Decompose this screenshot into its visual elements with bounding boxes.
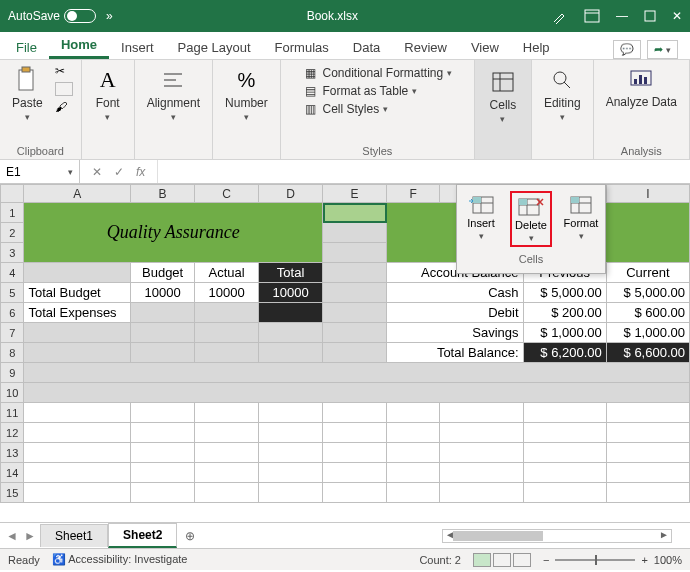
col-header-D[interactable]: D bbox=[259, 185, 323, 203]
cell[interactable]: 10000 bbox=[195, 283, 259, 303]
zoom-value[interactable]: 100% bbox=[654, 554, 682, 566]
cell[interactable] bbox=[259, 323, 323, 343]
tab-formulas[interactable]: Formulas bbox=[263, 36, 341, 59]
cell[interactable] bbox=[523, 443, 606, 463]
format-as-table-button[interactable]: ▤Format as Table▾ bbox=[302, 84, 417, 98]
cell[interactable] bbox=[195, 343, 259, 363]
cell[interactable] bbox=[387, 443, 440, 463]
cell[interactable] bbox=[387, 423, 440, 443]
cell[interactable]: $ 1,000.00 bbox=[606, 323, 689, 343]
tab-help[interactable]: Help bbox=[511, 36, 562, 59]
cell[interactable] bbox=[131, 423, 195, 443]
cell[interactable] bbox=[24, 443, 131, 463]
toggle-off-icon[interactable] bbox=[64, 9, 96, 23]
zoom-slider[interactable]: − + 100% bbox=[543, 554, 682, 566]
cell-E3[interactable] bbox=[323, 243, 387, 263]
cell[interactable] bbox=[259, 483, 323, 503]
cell[interactable]: $ 5,000.00 bbox=[606, 283, 689, 303]
tab-data[interactable]: Data bbox=[341, 36, 392, 59]
row-header[interactable]: 14 bbox=[1, 463, 24, 483]
cell[interactable] bbox=[523, 403, 606, 423]
cell[interactable] bbox=[440, 463, 523, 483]
comments-button[interactable]: 💬 bbox=[613, 40, 641, 59]
chevron-down-icon[interactable]: ▾ bbox=[68, 167, 73, 177]
row-header[interactable]: 7 bbox=[1, 323, 24, 343]
next-sheet-icon[interactable]: ► bbox=[24, 529, 36, 543]
zoom-in-icon[interactable]: + bbox=[641, 554, 647, 566]
cell[interactable] bbox=[131, 403, 195, 423]
col-header-I[interactable]: I bbox=[606, 185, 689, 203]
hdr-total[interactable]: Total bbox=[259, 263, 323, 283]
cell[interactable] bbox=[440, 443, 523, 463]
cell[interactable] bbox=[24, 423, 131, 443]
row-header[interactable]: 8 bbox=[1, 343, 24, 363]
select-all-corner[interactable] bbox=[1, 185, 24, 203]
font-button[interactable]: A Font ▾ bbox=[90, 64, 126, 124]
cell[interactable] bbox=[259, 343, 323, 363]
cell[interactable] bbox=[131, 343, 195, 363]
cell[interactable] bbox=[259, 423, 323, 443]
cell[interactable] bbox=[440, 483, 523, 503]
cut-button[interactable]: ✂ bbox=[55, 64, 73, 78]
cell[interactable] bbox=[259, 443, 323, 463]
cell[interactable]: $ 6,600.00 bbox=[606, 343, 689, 363]
cell[interactable] bbox=[323, 263, 387, 283]
alignment-button[interactable]: Alignment ▾ bbox=[143, 64, 204, 124]
row-header[interactable]: 4 bbox=[1, 263, 24, 283]
col-header-C[interactable]: C bbox=[195, 185, 259, 203]
format-painter-button[interactable]: 🖌 bbox=[55, 100, 73, 114]
col-header-A[interactable]: A bbox=[24, 185, 131, 203]
more-commands[interactable]: » bbox=[106, 9, 113, 23]
editing-button[interactable]: Editing ▾ bbox=[540, 64, 585, 124]
cell[interactable] bbox=[24, 463, 131, 483]
number-button[interactable]: % Number ▾ bbox=[221, 64, 272, 124]
cell[interactable]: $ 6,200.00 bbox=[523, 343, 606, 363]
cell[interactable]: $ 200.00 bbox=[523, 303, 606, 323]
cell[interactable] bbox=[323, 283, 387, 303]
cell[interactable]: 10000 bbox=[259, 283, 323, 303]
cell[interactable] bbox=[440, 423, 523, 443]
brush-icon[interactable] bbox=[552, 8, 568, 24]
prev-sheet-icon[interactable]: ◄ bbox=[6, 529, 18, 543]
row-debit[interactable]: Debit bbox=[387, 303, 524, 323]
cell[interactable] bbox=[24, 323, 131, 343]
formula-input[interactable] bbox=[158, 160, 690, 183]
row-header[interactable]: 1 bbox=[1, 203, 24, 223]
row-header[interactable]: 3 bbox=[1, 243, 24, 263]
cell[interactable] bbox=[259, 403, 323, 423]
maximize-icon[interactable] bbox=[644, 10, 656, 22]
page-layout-view-icon[interactable] bbox=[493, 553, 511, 567]
cell[interactable] bbox=[195, 403, 259, 423]
format-cells-button[interactable]: Format▾ bbox=[560, 191, 602, 247]
tab-page-layout[interactable]: Page Layout bbox=[166, 36, 263, 59]
cell[interactable] bbox=[131, 463, 195, 483]
cell[interactable] bbox=[323, 403, 387, 423]
analyze-data-button[interactable]: Analyze Data bbox=[602, 64, 681, 111]
cell[interactable] bbox=[195, 443, 259, 463]
zoom-track[interactable] bbox=[555, 559, 635, 561]
scroll-thumb[interactable] bbox=[453, 531, 543, 541]
row-header[interactable]: 11 bbox=[1, 403, 24, 423]
cell[interactable] bbox=[387, 463, 440, 483]
cell[interactable] bbox=[323, 423, 387, 443]
row-header[interactable]: 2 bbox=[1, 223, 24, 243]
cell[interactable] bbox=[323, 323, 387, 343]
row-savings[interactable]: Savings bbox=[387, 323, 524, 343]
cell[interactable] bbox=[24, 383, 690, 403]
cell[interactable] bbox=[131, 303, 195, 323]
cell[interactable] bbox=[195, 323, 259, 343]
cell[interactable] bbox=[523, 423, 606, 443]
cell[interactable] bbox=[523, 463, 606, 483]
cell[interactable] bbox=[259, 303, 323, 323]
row-header[interactable]: 5 bbox=[1, 283, 24, 303]
conditional-formatting-button[interactable]: ▦Conditional Formatting▾ bbox=[302, 66, 452, 80]
row-header[interactable]: 13 bbox=[1, 443, 24, 463]
cell[interactable] bbox=[24, 343, 131, 363]
minimize-icon[interactable]: — bbox=[616, 9, 628, 23]
name-box[interactable]: E1 ▾ bbox=[0, 160, 80, 183]
zoom-out-icon[interactable]: − bbox=[543, 554, 549, 566]
share-button[interactable]: ➦ ▾ bbox=[647, 40, 678, 59]
row-header[interactable]: 9 bbox=[1, 363, 24, 383]
cell-E2[interactable] bbox=[323, 223, 387, 243]
cell[interactable] bbox=[387, 403, 440, 423]
